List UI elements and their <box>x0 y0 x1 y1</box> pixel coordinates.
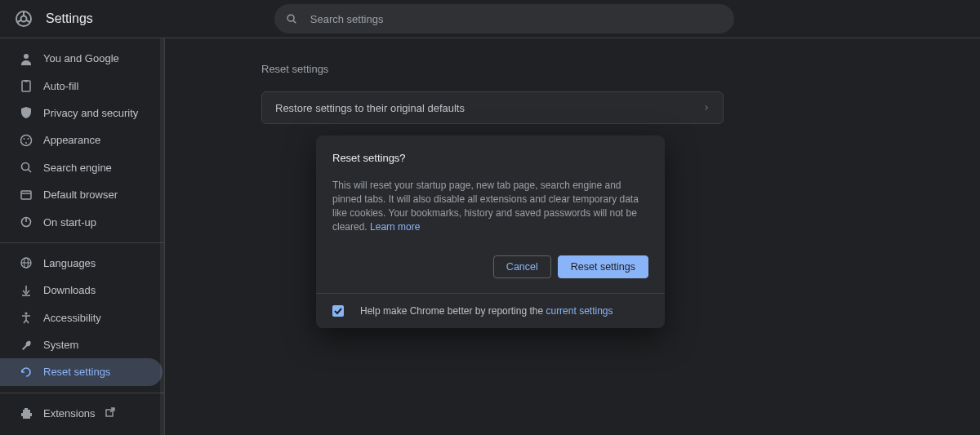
dialog-body: This will reset your startup page, new t… <box>332 179 648 234</box>
current-settings-link[interactable]: current settings <box>546 305 612 317</box>
reset-settings-button[interactable]: Reset settings <box>558 255 648 278</box>
cancel-button[interactable]: Cancel <box>493 255 551 278</box>
reset-settings-dialog: Reset settings? This will reset your sta… <box>316 135 665 328</box>
dialog-title: Reset settings? <box>332 152 648 164</box>
dialog-footer-text: Help make Chrome better by reporting the… <box>360 305 613 317</box>
report-checkbox[interactable] <box>332 305 344 317</box>
check-icon <box>333 306 343 316</box>
learn-more-link[interactable]: Learn more <box>370 221 420 233</box>
